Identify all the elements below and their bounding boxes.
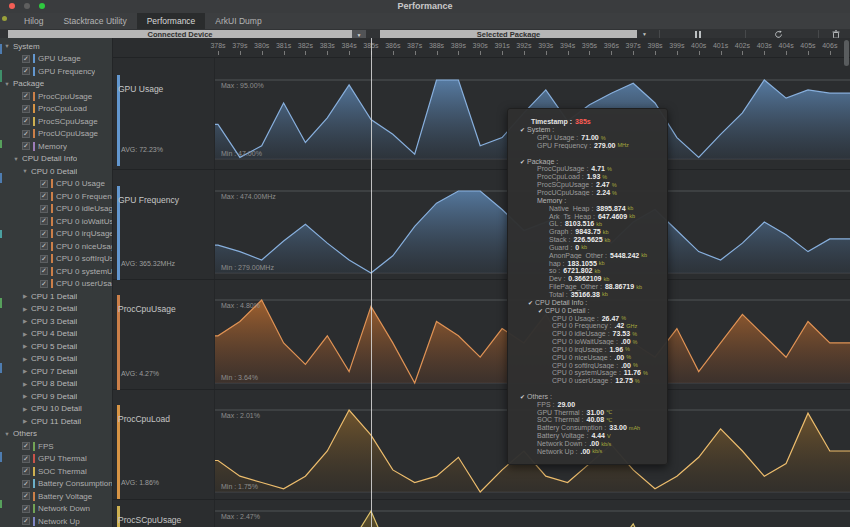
tree-section-cpu-5-detail[interactable]: ▶CPU 5 Detail (0, 340, 112, 353)
checkbox[interactable]: ✓ (40, 267, 48, 275)
chevron-right-icon[interactable]: ▶ (22, 331, 28, 337)
chevron-down-icon[interactable]: ▼ (22, 168, 28, 174)
checkbox[interactable]: ✓ (40, 217, 48, 225)
tree-item-cpu-0-frequency[interactable]: ✓CPU 0 Frequency (0, 190, 112, 203)
tree-label: CPU Detail Info (22, 154, 77, 163)
checkbox[interactable]: ✓ (40, 242, 48, 250)
series-color-bar (51, 267, 53, 276)
checkbox[interactable]: ✓ (22, 92, 30, 100)
tree-item-network-down[interactable]: ✓Network Down (0, 503, 112, 516)
tab-stacktrace-utility[interactable]: Stacktrace Utility (53, 13, 136, 29)
tree-section-cpu-8-detail[interactable]: ▶CPU 8 Detail (0, 378, 112, 391)
tree-section-cpu-6-detail[interactable]: ▶CPU 6 Detail (0, 353, 112, 366)
tree-section-cpu-10-detail[interactable]: ▶CPU 10 Detail (0, 403, 112, 416)
tree-item-procscpuusage[interactable]: ✓ProcSCpuUsage (0, 115, 112, 128)
tree-item-gpu-frequency[interactable]: ✓GPU Frequency (0, 65, 112, 78)
chevron-right-icon[interactable]: ▶ (22, 381, 28, 387)
chevron-right-icon[interactable]: ▶ (22, 356, 28, 362)
tree-section-cpu-3-detail[interactable]: ▶CPU 3 Detail (0, 315, 112, 328)
check-icon: ✔ (520, 126, 525, 133)
tree-item-gpu-usage[interactable]: ✓GPU Usage (0, 53, 112, 66)
selected-package-dropdown-arrow-icon[interactable]: ▼ (642, 31, 647, 37)
chevron-right-icon[interactable]: ▶ (22, 293, 28, 299)
chevron-down-icon[interactable]: ▼ (4, 43, 10, 49)
tree-item-cpu-0-iowaitusage[interactable]: ✓CPU 0 ioWaitUsage (0, 215, 112, 228)
tooltip-value: 226.5625 (573, 236, 602, 243)
checkbox[interactable]: ✓ (22, 67, 30, 75)
tree-section-cpu-9-detail[interactable]: ▶CPU 9 Detail (0, 390, 112, 403)
chevron-down-icon[interactable]: ▼ (13, 156, 19, 162)
tooltip-unit: % (632, 331, 637, 337)
tree-section-cpu-detail-info[interactable]: ▼CPU Detail Info (0, 153, 112, 166)
tab-arkui-dump[interactable]: ArkUI Dump (205, 13, 271, 29)
checkbox[interactable]: ✓ (22, 517, 30, 525)
checkbox[interactable]: ✓ (22, 455, 30, 463)
checkbox[interactable]: ✓ (22, 117, 30, 125)
checkbox[interactable]: ✓ (22, 142, 30, 150)
checkbox[interactable]: ✓ (40, 192, 48, 200)
checkbox[interactable]: ✓ (40, 205, 48, 213)
tree-item-battery-voltage[interactable]: ✓Battery Voltage (0, 490, 112, 503)
tree-item-cpu-0-systemusage[interactable]: ✓CPU 0 systemUsage (0, 265, 112, 278)
tree-item-procucpuusage[interactable]: ✓ProcUCpuUsage (0, 128, 112, 141)
tab-performance[interactable]: Performance (137, 13, 206, 29)
chevron-right-icon[interactable]: ▶ (22, 343, 28, 349)
chevron-right-icon[interactable]: ▶ (22, 368, 28, 374)
chevron-right-icon[interactable]: ▶ (22, 306, 28, 312)
tab-hilog[interactable]: Hilog (14, 13, 53, 29)
tree-section-cpu-0-detail[interactable]: ▼CPU 0 Detail (0, 165, 112, 178)
tooltip-unit: kb (628, 205, 634, 211)
checkbox[interactable]: ✓ (22, 55, 30, 63)
tree-item-proccpuload[interactable]: ✓ProcCpuLoad (0, 103, 112, 116)
tree-item-gpu-thermal[interactable]: ✓GPU Thermal (0, 453, 112, 466)
tree-item-cpu-0-userusage[interactable]: ✓CPU 0 userUsage (0, 278, 112, 291)
tree-item-cpu-0-softirqusage[interactable]: ✓CPU 0 softIrqUsage (0, 253, 112, 266)
tree-item-cpu-0-niceusage[interactable]: ✓CPU 0 niceUsage (0, 240, 112, 253)
checkbox[interactable]: ✓ (22, 467, 30, 475)
tree-section-others[interactable]: ▼Others (0, 428, 112, 441)
checkbox[interactable]: ✓ (40, 180, 48, 188)
chart-max-label: Max : 95.00% (221, 82, 264, 89)
checkbox[interactable]: ✓ (22, 105, 30, 113)
tree-item-battery-consumption[interactable]: ✓Battery Consumption (0, 478, 112, 491)
tree-item-soc-thermal[interactable]: ✓SOC Thermal (0, 465, 112, 478)
checkbox[interactable]: ✓ (22, 442, 30, 450)
chevron-right-icon[interactable]: ▶ (22, 406, 28, 412)
series-color-bar (33, 479, 35, 488)
tree-section-package[interactable]: ▼Package (0, 78, 112, 91)
tree-section-cpu-11-detail[interactable]: ▶CPU 11 Detail (0, 415, 112, 428)
chevron-down-icon[interactable]: ▼ (4, 81, 10, 87)
checkbox[interactable]: ✓ (22, 480, 30, 488)
tooltip-line-filepage-other: FilePage_Other :88.86719kb (516, 283, 663, 291)
tree-section-cpu-2-detail[interactable]: ▶CPU 2 Detail (0, 303, 112, 316)
checkbox[interactable]: ✓ (22, 492, 30, 500)
checkbox[interactable]: ✓ (40, 230, 48, 238)
chevron-right-icon[interactable]: ▶ (22, 318, 28, 324)
tree-item-cpu-0-usage[interactable]: ✓CPU 0 Usage (0, 178, 112, 191)
tooltip-line-cpu-0-userusage: CPU 0 userUsage :12.75% (516, 377, 663, 385)
checkbox[interactable]: ✓ (22, 130, 30, 138)
check-icon: ✔ (528, 299, 533, 306)
checkbox[interactable]: ✓ (40, 280, 48, 288)
checkbox[interactable]: ✓ (22, 505, 30, 513)
time-cursor-line[interactable] (371, 38, 372, 527)
tree-item-memory[interactable]: ✓Memory (0, 140, 112, 153)
checkbox[interactable]: ✓ (40, 255, 48, 263)
chevron-down-icon[interactable]: ▼ (4, 431, 10, 437)
chevron-right-icon[interactable]: ▶ (22, 418, 28, 424)
chart-max-label: Max : 4.80% (221, 302, 260, 309)
chevron-right-icon[interactable]: ▶ (22, 393, 28, 399)
tree-item-proccpuusage[interactable]: ✓ProcCpuUsage (0, 90, 112, 103)
tree-section-system[interactable]: ▼System (0, 40, 112, 53)
tree-item-cpu-0-irqusage[interactable]: ✓CPU 0 irqUsage (0, 228, 112, 241)
chart-min-label: Min : 3.64% (221, 374, 258, 381)
tooltip-label: SOC Thermal : (537, 416, 584, 423)
vertical-scrollbar-thumb[interactable] (844, 40, 849, 66)
tree-section-cpu-4-detail[interactable]: ▶CPU 4 Detail (0, 328, 112, 341)
tooltip-line-battery-voltage: Battery Voltage :4.44V (516, 432, 663, 440)
tree-item-network-up[interactable]: ✓Network Up (0, 515, 112, 527)
tree-section-cpu-1-detail[interactable]: ▶CPU 1 Detail (0, 290, 112, 303)
tree-section-cpu-7-detail[interactable]: ▶CPU 7 Detail (0, 365, 112, 378)
tree-item-fps[interactable]: ✓FPS (0, 440, 112, 453)
tree-item-cpu-0-idleusage[interactable]: ✓CPU 0 idleUsage (0, 203, 112, 216)
